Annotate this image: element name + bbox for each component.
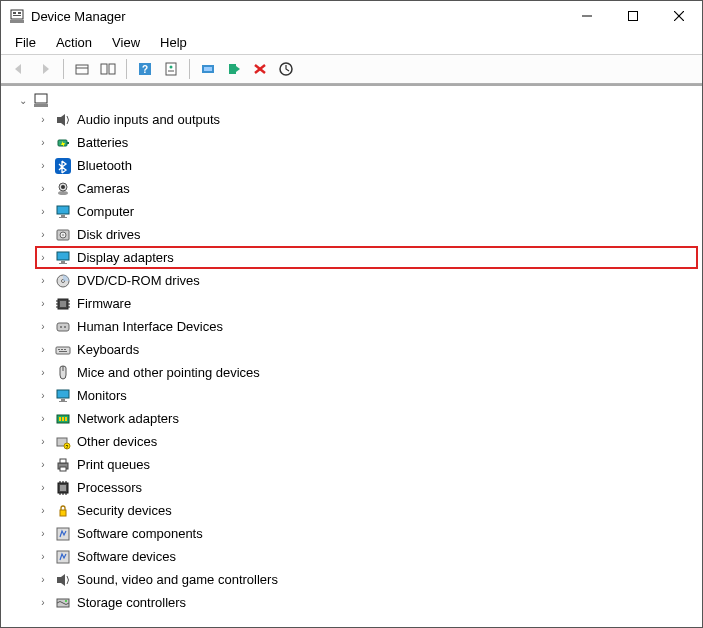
tree-node[interactable]: ›Human Interface Devices bbox=[37, 315, 698, 338]
expand-icon[interactable]: › bbox=[37, 390, 49, 401]
enable-button[interactable] bbox=[222, 58, 246, 80]
tree-node[interactable]: ›Display adapters bbox=[35, 246, 698, 269]
expand-icon[interactable]: › bbox=[37, 183, 49, 194]
tree-node-label[interactable]: Bluetooth bbox=[77, 158, 132, 173]
menubar: File Action View Help bbox=[1, 31, 702, 54]
tree-node[interactable]: ›Computer bbox=[37, 200, 698, 223]
svg-rect-12 bbox=[109, 64, 115, 74]
tree-node[interactable]: ›Audio inputs and outputs bbox=[37, 108, 698, 131]
menu-file[interactable]: File bbox=[7, 33, 44, 52]
expand-icon[interactable]: › bbox=[37, 114, 49, 125]
tree-node[interactable]: ›Print queues bbox=[37, 453, 698, 476]
tree-node-label[interactable]: Security devices bbox=[77, 503, 172, 518]
tree-node-label[interactable]: DVD/CD-ROM drives bbox=[77, 273, 200, 288]
svg-rect-15 bbox=[166, 63, 176, 75]
tree-node-label[interactable]: Cameras bbox=[77, 181, 130, 196]
window-buttons bbox=[564, 1, 702, 31]
svg-rect-41 bbox=[59, 263, 67, 264]
update-driver-button[interactable] bbox=[196, 58, 220, 80]
minimize-button[interactable] bbox=[564, 1, 610, 31]
expand-icon[interactable]: › bbox=[37, 298, 49, 309]
show-hidden-button[interactable] bbox=[70, 58, 94, 80]
expand-icon[interactable]: › bbox=[37, 252, 49, 263]
expand-icon[interactable]: › bbox=[37, 551, 49, 562]
tree-node[interactable]: ›Keyboards bbox=[37, 338, 698, 361]
close-button[interactable] bbox=[656, 1, 702, 31]
tree-node-label[interactable]: Disk drives bbox=[77, 227, 141, 242]
collapse-icon[interactable]: ⌄ bbox=[17, 95, 29, 106]
tree-node-label[interactable]: Network adapters bbox=[77, 411, 179, 426]
tree-root[interactable]: ⌄ bbox=[17, 92, 698, 108]
tree-node[interactable]: ›Security devices bbox=[37, 499, 698, 522]
properties-button[interactable] bbox=[159, 58, 183, 80]
tree-node[interactable]: ›Monitors bbox=[37, 384, 698, 407]
tree-node[interactable]: ›Software components bbox=[37, 522, 698, 545]
tree-node[interactable]: ›Disk drives bbox=[37, 223, 698, 246]
maximize-button[interactable] bbox=[610, 1, 656, 31]
scan-hardware-button[interactable] bbox=[274, 58, 298, 80]
tree-node-label[interactable]: Keyboards bbox=[77, 342, 139, 357]
tree-node[interactable]: ›Cameras bbox=[37, 177, 698, 200]
expand-icon[interactable]: › bbox=[37, 459, 49, 470]
menu-help[interactable]: Help bbox=[152, 33, 195, 52]
expand-icon[interactable]: › bbox=[37, 574, 49, 585]
tree-node[interactable]: ›Mice and other pointing devices bbox=[37, 361, 698, 384]
svg-rect-9 bbox=[76, 65, 88, 74]
menu-view[interactable]: View bbox=[104, 33, 148, 52]
expand-icon[interactable]: › bbox=[37, 206, 49, 217]
tree-node-label[interactable]: Firmware bbox=[77, 296, 131, 311]
tree-node-label[interactable]: Processors bbox=[77, 480, 142, 495]
titlebar[interactable]: Device Manager bbox=[1, 1, 702, 31]
tree-node-label[interactable]: Software components bbox=[77, 526, 203, 541]
tree-node[interactable]: ›Batteries bbox=[37, 131, 698, 154]
expand-icon[interactable]: › bbox=[37, 367, 49, 378]
tree-node[interactable]: ›Sound, video and game controllers bbox=[37, 568, 698, 591]
svg-rect-25 bbox=[34, 104, 48, 107]
menu-action[interactable]: Action bbox=[48, 33, 100, 52]
help-button[interactable]: ? bbox=[133, 58, 157, 80]
expand-icon[interactable]: › bbox=[37, 344, 49, 355]
tree-node-label[interactable]: Monitors bbox=[77, 388, 127, 403]
tree-node-label[interactable]: Software devices bbox=[77, 549, 176, 564]
tree-node-label[interactable]: Mice and other pointing devices bbox=[77, 365, 260, 380]
other-icon: ? bbox=[55, 434, 71, 450]
tree-node[interactable]: ›Network adapters bbox=[37, 407, 698, 430]
expand-icon[interactable]: › bbox=[37, 482, 49, 493]
tree-node[interactable]: ›Processors bbox=[37, 476, 698, 499]
expand-icon[interactable]: › bbox=[37, 275, 49, 286]
tree-node[interactable]: ›Software devices bbox=[37, 545, 698, 568]
tree-node[interactable]: ›Storage controllers bbox=[37, 591, 698, 614]
find-button[interactable] bbox=[96, 58, 120, 80]
tree-node-label[interactable]: Other devices bbox=[77, 434, 157, 449]
tree-node-label[interactable]: Sound, video and game controllers bbox=[77, 572, 278, 587]
chip-icon bbox=[55, 296, 71, 312]
expand-icon[interactable]: › bbox=[37, 528, 49, 539]
tree-node-label[interactable]: Print queues bbox=[77, 457, 150, 472]
tree-node-label[interactable]: Batteries bbox=[77, 135, 128, 150]
expand-icon[interactable]: › bbox=[37, 160, 49, 171]
expand-icon[interactable]: › bbox=[37, 413, 49, 424]
expand-icon[interactable]: › bbox=[37, 505, 49, 516]
expand-icon[interactable]: › bbox=[37, 597, 49, 608]
tree-node-label[interactable]: Storage controllers bbox=[77, 595, 186, 610]
svg-rect-26 bbox=[57, 117, 61, 123]
expand-icon[interactable]: › bbox=[37, 137, 49, 148]
tree-node-label[interactable]: Computer bbox=[77, 204, 134, 219]
tree-node-label[interactable]: Human Interface Devices bbox=[77, 319, 223, 334]
tree-node-label[interactable]: Audio inputs and outputs bbox=[77, 112, 220, 127]
expand-icon[interactable]: › bbox=[37, 321, 49, 332]
software-icon bbox=[55, 526, 71, 542]
forward-button[interactable] bbox=[33, 58, 57, 80]
tree-node[interactable]: ›Bluetooth bbox=[37, 154, 698, 177]
tree-node[interactable]: ›Firmware bbox=[37, 292, 698, 315]
tree-node-label[interactable]: Display adapters bbox=[77, 250, 174, 265]
tree-node[interactable]: ›?Other devices bbox=[37, 430, 698, 453]
back-button[interactable] bbox=[7, 58, 31, 80]
uninstall-button[interactable] bbox=[248, 58, 272, 80]
device-tree[interactable]: ⌄ ›Audio inputs and outputs›Batteries›Bl… bbox=[1, 84, 702, 625]
svg-rect-61 bbox=[57, 390, 69, 398]
expand-icon[interactable]: › bbox=[37, 229, 49, 240]
expand-icon[interactable]: › bbox=[37, 436, 49, 447]
tree-node[interactable]: ›DVD/CD-ROM drives bbox=[37, 269, 698, 292]
svg-point-32 bbox=[61, 185, 65, 189]
